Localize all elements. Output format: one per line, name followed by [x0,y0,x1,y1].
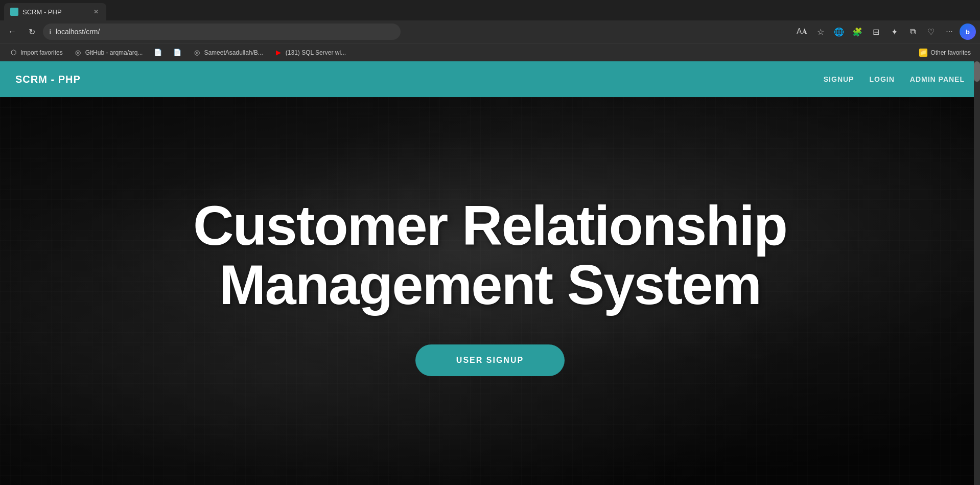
copy2-icon: 📄 [173,49,181,57]
login-link[interactable]: LOGIN [869,75,894,83]
scrollbar-thumb[interactable] [974,61,980,82]
address-bar[interactable]: ℹ localhost/crm/ [43,24,401,40]
collections-button[interactable]: ✦ [886,24,902,40]
favorites-bar: ⬡ Import favorites ◎ GitHub - arqma/arq.… [0,43,980,61]
fav-copy1[interactable]: 📄 [149,47,167,59]
more-button[interactable]: ··· [941,24,958,40]
github-arqma-icon: ◎ [74,49,82,57]
website: SCRM - PHP SIGNUP LOGIN ADMIN PANEL Cust… [0,61,980,485]
hero-title-line1: Customer Relationship [193,194,787,257]
favorites-star-button[interactable]: ☆ [812,24,829,40]
workspaces-button[interactable]: ⧉ [904,24,921,40]
fav-youtube-sql[interactable]: ▶ (131) SQL Server wi... [269,47,351,59]
browser-chrome: SCRM - PHP ✕ ← ↻ ℹ localhost/crm/ A𝐀 ☆ 🌐… [0,0,980,61]
extensions-button[interactable]: 🧩 [849,24,866,40]
lock-icon: ℹ [49,28,52,36]
scrollbar-track[interactable] [974,61,980,485]
split-screen-button[interactable]: ⊟ [868,24,884,40]
url-text: localhost/crm/ [56,28,100,36]
tab-favicon [10,8,18,16]
tab-title: SCRM - PHP [22,8,88,16]
active-tab[interactable]: SCRM - PHP ✕ [4,3,106,20]
fav-sameet-label: SameetAsadullah/B... [204,49,263,56]
fav-import-favorites-label: Import favorites [20,49,63,56]
back-button[interactable]: ← [4,24,20,40]
hero-title-line2: Management System [219,253,761,316]
heartrate-button[interactable]: ♡ [923,24,939,40]
sameet-icon: ◎ [193,49,201,57]
site-navbar: SCRM - PHP SIGNUP LOGIN ADMIN PANEL [0,61,980,97]
refresh-button[interactable]: ↻ [24,24,40,40]
site-brand: SCRM - PHP [15,74,81,85]
address-bar-row: ← ↻ ℹ localhost/crm/ A𝐀 ☆ 🌐 🧩 ⊟ ✦ ⧉ ♡ ··… [0,20,980,43]
user-signup-button[interactable]: USER SIGNUP [415,344,565,376]
signup-link[interactable]: SIGNUP [824,75,854,83]
fav-other-favorites[interactable]: 📁 Other favorites [914,47,976,59]
profile-button[interactable]: 🌐 [831,24,847,40]
youtube-icon: ▶ [274,49,283,57]
hero-section: Customer Relationship Management System … [0,97,980,485]
read-aloud-button[interactable]: A𝐀 [794,24,810,40]
site-nav-links: SIGNUP LOGIN ADMIN PANEL [824,75,965,83]
hero-title: Customer Relationship Management System [193,196,787,314]
fav-youtube-label: (131) SQL Server wi... [286,49,346,56]
bing-copilot-button[interactable]: b [960,24,976,40]
admin-panel-link[interactable]: ADMIN PANEL [910,75,965,83]
fav-import-favorites[interactable]: ⬡ Import favorites [4,47,68,59]
tab-bar: SCRM - PHP ✕ [0,0,980,20]
import-favorites-icon: ⬡ [9,49,17,57]
fav-github-arqma[interactable]: ◎ GitHub - arqma/arq... [69,47,148,59]
hero-content: Customer Relationship Management System … [183,175,797,407]
copy1-icon: 📄 [154,49,162,57]
other-favorites-folder-icon: 📁 [919,49,927,57]
fav-sameet[interactable]: ◎ SameetAsadullah/B... [188,47,268,59]
fav-copy2[interactable]: 📄 [168,47,186,59]
fav-github-arqma-label: GitHub - arqma/arq... [85,49,143,56]
tab-close-button[interactable]: ✕ [92,8,100,16]
toolbar-right: A𝐀 ☆ 🌐 🧩 ⊟ ✦ ⧉ ♡ ··· b [794,24,976,40]
other-favorites-label: Other favorites [930,49,971,56]
